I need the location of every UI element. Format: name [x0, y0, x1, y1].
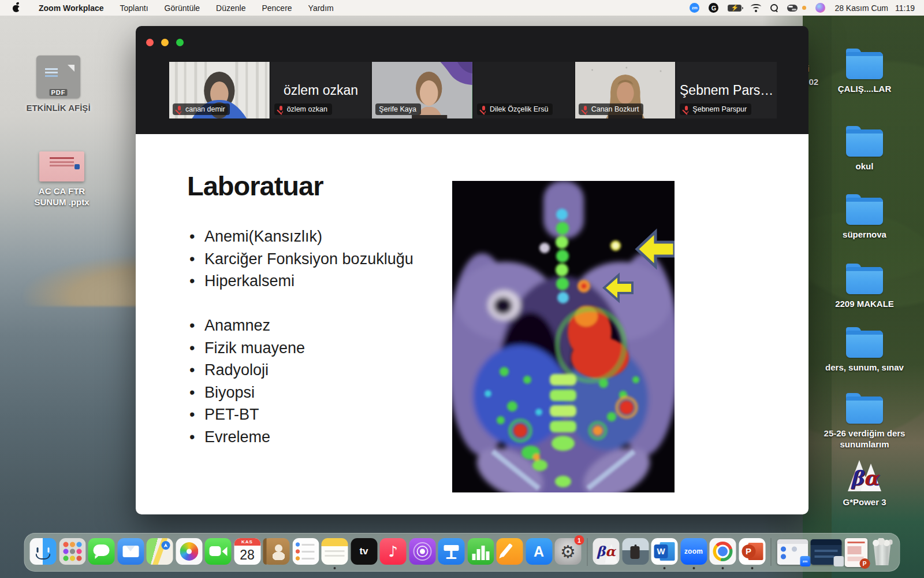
slide-bullet: Anamnez [187, 314, 305, 337]
dock-pages-icon[interactable] [497, 538, 523, 565]
dock-maps-icon[interactable] [147, 538, 173, 565]
dock-minimized-document-powerpoint[interactable]: P [844, 538, 867, 567]
dock-minimized-window-browser[interactable] [811, 539, 842, 565]
participant-tile-ozlem-ozkan[interactable]: özlem ozkan özlem ozkan [271, 62, 371, 118]
shared-screen-slide: Laboratuar Anemi(Kansızlık) Karciğer Fon… [136, 134, 808, 514]
desktop-folder-25-26-ders-sunumlarim[interactable]: 25-26 verdiğim ders sunumlarım [821, 397, 908, 450]
desktop-icon-etkinlik-afisi[interactable]: PDF ETKİNLİK AFİŞİ [21, 55, 96, 113]
participant-name-label: Şebnem Parspur [680, 103, 751, 115]
dock-podcasts-icon[interactable] [409, 538, 435, 565]
dock-reminders-icon[interactable] [292, 538, 319, 565]
menu-duzenle[interactable]: Düzenle [208, 3, 254, 13]
gpower-icon: βα [847, 459, 882, 492]
dock-photos-icon[interactable] [176, 538, 202, 565]
battery-icon[interactable]: ⚡ [728, 5, 742, 12]
dock-zoom-icon[interactable]: zoom [680, 538, 707, 565]
dock-system-settings-icon[interactable]: ⚙ 1 [555, 538, 582, 565]
zoom-meeting-window: canan demir özlem ozkan özlem ozkan [136, 26, 808, 514]
pet-ct-scan-image [452, 181, 675, 492]
spotlight-icon[interactable] [770, 4, 778, 12]
dock-numbers-icon[interactable] [467, 538, 494, 565]
participant-tile-serife-kaya[interactable]: Şerife Kaya [372, 62, 472, 118]
participant-name-label: özlem ozkan [274, 103, 332, 115]
dock-calendar-icon[interactable]: KAS 28 [234, 538, 260, 565]
desktop-folder-supernova[interactable]: süpernova [821, 198, 908, 240]
dock-launchpad-icon[interactable] [59, 538, 85, 565]
folder-icon [846, 331, 883, 358]
slide-bullet: Biyopsi [187, 381, 305, 404]
dock-mail-icon[interactable] [117, 538, 144, 565]
menu-app-name[interactable]: Zoom Workplace [31, 3, 112, 13]
dock-word-icon[interactable]: W [651, 538, 678, 565]
participant-tile-canan-bozkurt[interactable]: Canan Bozkurt [575, 62, 676, 118]
folder-label: 2209 MAKALE [821, 299, 908, 310]
slide-bullet: Karciğer Fonksiyon bozukluğu [187, 248, 413, 271]
desktop-folder-2209-makale[interactable]: 2209 MAKALE [821, 267, 908, 310]
participant-tile-dilek-ozcelik-ersu[interactable]: Dilek Özçelik Ersü [474, 62, 574, 118]
participant-name-label: Şerife Kaya [375, 103, 421, 115]
participant-name-label: Dilek Özçelik Ersü [477, 103, 553, 115]
desktop-icon-ac-ca-ftr-sunum[interactable]: AC CA FTR SUNUM .pptx [24, 151, 99, 208]
desktop-app-gpower[interactable]: βα G*Power 3 [821, 459, 908, 508]
menu-yardim[interactable]: Yardım [300, 3, 342, 13]
dock-apple-tv-icon[interactable]: tv [351, 538, 377, 565]
grammarly-menubar-icon[interactable]: G [709, 3, 718, 13]
close-button[interactable] [146, 39, 154, 46]
siri-icon[interactable] [815, 3, 825, 13]
folder-icon [846, 129, 883, 157]
slide-bullet: Radyoloji [187, 359, 305, 381]
folder-icon [846, 198, 883, 225]
dock-music-icon[interactable]: ♪ [380, 538, 407, 565]
slide-bullet: Evreleme [187, 426, 305, 449]
wifi-icon[interactable] [751, 4, 761, 12]
menu-goruntule[interactable]: Görüntüle [157, 3, 208, 13]
dock-notes-icon[interactable] [322, 538, 348, 565]
dock-trash-icon[interactable] [870, 538, 895, 566]
apple-menu-icon[interactable] [13, 3, 20, 12]
dock-app-store-icon[interactable]: A [526, 538, 552, 565]
slide-bullet: Fizik muayene [187, 337, 305, 360]
desktop: Zoom Workplace Toplantı Görüntüle Düzenl… [0, 0, 924, 578]
participant-tile-canan-demir[interactable]: canan demir [169, 62, 270, 118]
minimize-button[interactable] [161, 39, 169, 46]
dock-powerpoint-icon[interactable]: P [739, 538, 765, 565]
pptx-file-icon [39, 151, 84, 181]
slide-bullet-list-workup: Anamnez Fizik muayene Radyoloji Biyopsi … [187, 314, 305, 449]
desktop-icon-label: AC CA FTR SUNUM .pptx [24, 186, 99, 208]
menubar-date: 28 Kasım Cum [834, 3, 888, 13]
folder-icon [846, 267, 883, 294]
dock-minimized-window-zoom[interactable]: zm [777, 539, 808, 565]
menu-pencere[interactable]: Pencere [254, 3, 300, 13]
fullscreen-button[interactable] [176, 39, 184, 46]
desktop-folder-ders-sunum-sinav[interactable]: ders, sunum, sınav [821, 331, 908, 373]
app-label: G*Power 3 [821, 497, 908, 508]
folder-icon [846, 52, 883, 79]
desktop-folder-calismalar[interactable]: ÇALIŞ....LAR [821, 52, 908, 95]
participant-name-label: canan demir [173, 103, 230, 115]
slide-title: Laboratuar [187, 170, 323, 202]
dock-divider [587, 538, 587, 566]
dock-gpower-icon[interactable]: βα [593, 538, 620, 565]
pdf-file-icon: PDF [36, 55, 80, 98]
dock-chrome-icon[interactable] [710, 538, 736, 565]
zoom-menubar-icon[interactable]: zm [690, 3, 699, 13]
dock-contacts-icon[interactable] [263, 538, 290, 565]
dock-preview-image-icon[interactable] [622, 538, 649, 565]
desktop-icon-label: ETKİNLİK AFİŞİ [21, 103, 96, 113]
folder-label: süpernova [821, 229, 908, 240]
muted-mic-icon [278, 106, 284, 113]
window-controls [146, 39, 184, 46]
desktop-folder-okul[interactable]: okul [821, 129, 908, 172]
muted-mic-icon [683, 106, 690, 113]
dock-finder-icon[interactable] [30, 538, 57, 565]
dock-messages-icon[interactable] [88, 538, 115, 565]
menubar-clock[interactable]: 28 Kasım Cum 11:19 [834, 3, 915, 13]
pdf-badge: PDF [50, 89, 68, 96]
dock-facetime-icon[interactable] [205, 538, 232, 565]
participant-tile-sebnem-parspur[interactable]: Şebnem Pars… Şebnem Parspur [676, 62, 777, 118]
menu-toplanti[interactable]: Toplantı [112, 3, 157, 13]
dock-keynote-icon[interactable] [438, 538, 465, 565]
control-center-icon[interactable] [787, 5, 798, 12]
folder-label: 25-26 verdiğim ders sunumlarım [821, 428, 908, 450]
settings-notification-badge: 1 [575, 535, 584, 545]
